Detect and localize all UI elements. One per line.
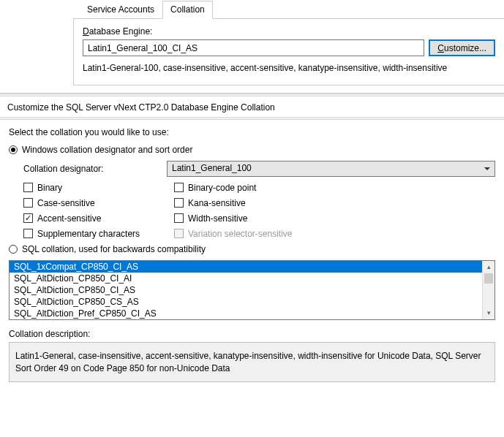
checkbox-icon: [23, 183, 33, 192]
radio-icon: [9, 145, 18, 154]
radio-sql-label: SQL collation, used for backwards compat…: [22, 244, 206, 254]
checkbox-icon: [23, 213, 33, 223]
list-item[interactable]: SQL_AltDiction_CP850_CI_AS: [10, 284, 494, 296]
radio-windows-collation[interactable]: Windows collation designator and sort or…: [9, 145, 495, 155]
checkbox-variation-selector-sensitive: Variation selector-sensitive: [174, 229, 293, 239]
radio-icon: [9, 245, 18, 254]
collation-description-box: Latin1-General, case-insensitive, accent…: [9, 342, 495, 383]
checkbox-supplementary-characters[interactable]: Supplementary characters: [23, 229, 174, 239]
list-item[interactable]: SQL_AltDiction_Pref_CP850_CI_AS: [10, 308, 494, 319]
tab-collation[interactable]: Collation: [162, 1, 213, 19]
checkbox-case-sensitive[interactable]: Case-sensitive: [23, 198, 174, 208]
checkbox-accent-sensitive[interactable]: Accent-sensitive: [23, 213, 174, 224]
db-engine-label: Database Engine:: [83, 26, 495, 37]
radio-sql-collation[interactable]: SQL collation, used for backwards compat…: [9, 244, 495, 254]
checkbox-binary-code-point[interactable]: Binary-code point: [174, 183, 256, 193]
checkbox-icon: [174, 183, 184, 192]
checkbox-width-sensitive[interactable]: Width-sensitive: [174, 213, 247, 224]
checkbox-kana-sensitive[interactable]: Kana-sensitive: [174, 198, 246, 208]
tab-service-accounts[interactable]: Service Accounts: [79, 1, 162, 19]
checkbox-icon: [174, 229, 184, 238]
collation-designator-value: Latin1_General_100: [172, 163, 252, 173]
scrollbar[interactable]: ▴ ▾: [482, 261, 494, 319]
collation-designator-label: Collation designator:: [23, 164, 159, 174]
tab-panel-collation: Database Engine: Customize... Latin1-Gen…: [73, 18, 504, 86]
dialog-title: Customize the SQL Server vNext CTP2.0 Da…: [0, 96, 504, 117]
collation-description-label: Collation description:: [9, 329, 495, 339]
checkbox-icon: [174, 213, 184, 223]
tabs-bar: Service Accounts Collation: [79, 0, 504, 18]
checkbox-binary[interactable]: Binary: [23, 183, 174, 193]
db-engine-collation-description: Latin1-General-100, case-insensitive, ac…: [83, 62, 456, 75]
sql-collation-listbox[interactable]: SQL_1xCompat_CP850_CI_AS SQL_AltDiction_…: [9, 260, 495, 320]
list-item[interactable]: SQL_AltDiction_CP850_CI_AI: [10, 273, 494, 284]
scroll-down-icon[interactable]: ▾: [483, 307, 494, 319]
checkbox-icon: [23, 229, 33, 238]
collation-prompt: Select the collation you would like to u…: [9, 127, 495, 137]
scroll-thumb[interactable]: [484, 273, 493, 284]
scroll-up-icon[interactable]: ▴: [483, 261, 494, 273]
radio-windows-label: Windows collation designator and sort or…: [22, 145, 192, 155]
customize-button[interactable]: Customize...: [429, 39, 495, 56]
list-item[interactable]: SQL_AltDiction_CP850_CS_AS: [10, 296, 494, 308]
checkbox-icon: [174, 198, 184, 208]
list-item[interactable]: SQL_1xCompat_CP850_CI_AS: [10, 261, 494, 273]
collation-designator-select[interactable]: Latin1_General_100: [167, 161, 495, 177]
db-engine-collation-input[interactable]: [83, 39, 424, 56]
checkbox-icon: [23, 198, 33, 208]
